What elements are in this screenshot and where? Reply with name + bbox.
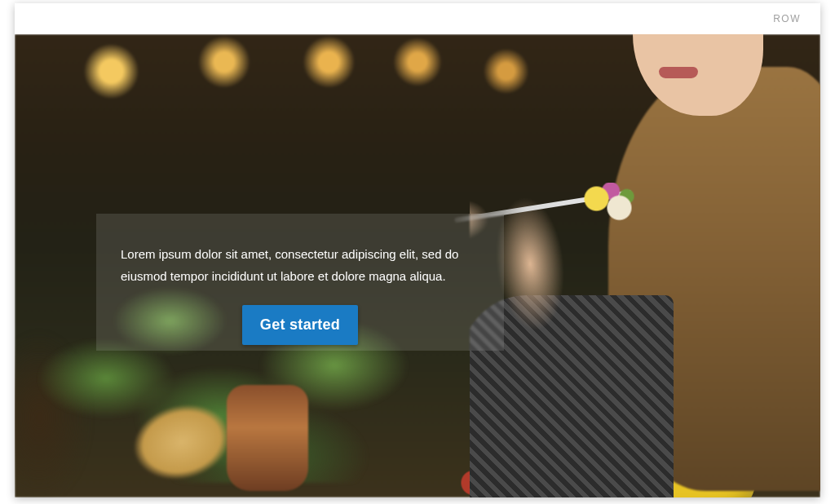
get-started-button[interactable]: Get started <box>242 305 358 345</box>
cta-container: Get started <box>96 305 504 345</box>
hero-section[interactable]: Lorem ipsum dolor sit amet, consectetur … <box>15 34 820 497</box>
editor-top-bar: ROW <box>15 3 820 34</box>
page-canvas: ROW Lorem ipsum dolor sit amet, consecte… <box>15 3 820 497</box>
row-block-label[interactable]: ROW <box>773 13 801 24</box>
hero-body-text[interactable]: Lorem ipsum dolor sit amet, consectetur … <box>121 243 479 287</box>
